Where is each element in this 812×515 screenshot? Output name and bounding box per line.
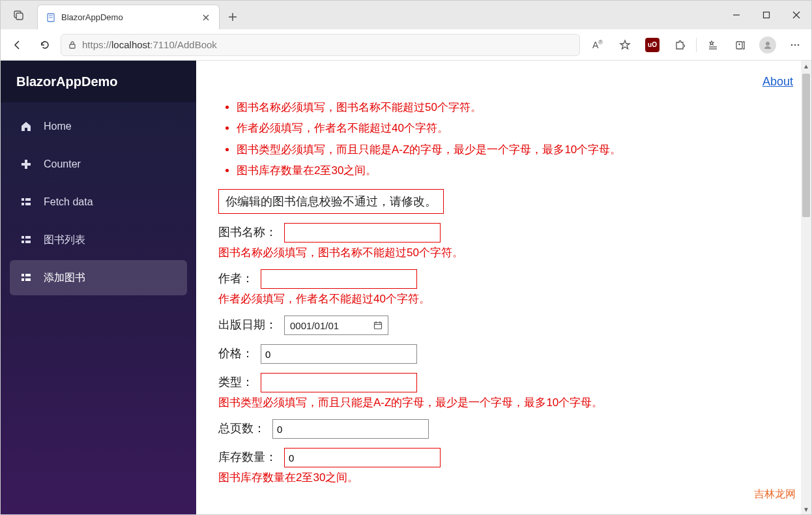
ublock-button[interactable]: uO [641,34,663,56]
pubdate-input[interactable]: 0001/01/01 [284,316,388,335]
back-button[interactable] [6,33,29,57]
tab-favicon [46,12,56,23]
sidebar-item-label: Home [44,121,72,132]
sidebar-item-label: Counter [44,158,81,170]
svg-rect-29 [22,236,24,239]
stock-input[interactable] [284,448,441,467]
star-icon [619,39,631,51]
field-label: 总页数： [218,422,265,435]
name-input[interactable] [284,223,441,243]
extensions-button[interactable] [669,34,691,56]
validation-item: 图书名称必须填写，图书名称不能超过50个字符。 [237,102,789,118]
pages-input[interactable] [272,419,429,439]
date-value: 0001/01/01 [290,320,339,331]
refresh-icon [39,39,51,51]
browser-tab[interactable]: BlazorAppDemo [37,5,220,29]
svg-point-20 [791,44,793,46]
maximize-icon [762,11,770,19]
address-bar: https://localhost:7110/AddBook A® uO [1,29,811,61]
vertical-scrollbar[interactable]: ▲ ▼ [801,61,811,514]
tabs-menu-button[interactable] [1,1,37,29]
sidebar-item-fetchdata[interactable]: Fetch data [10,184,187,220]
svg-rect-27 [22,203,24,205]
more-icon [789,39,801,51]
validation-alert: 你编辑的图书信息校验不通过，请修改。 [218,189,444,214]
sidebar-item-home[interactable]: Home [10,109,187,144]
field-price: 价格： [218,344,789,364]
window-titlebar: BlazorAppDemo [1,1,811,29]
page-body: 图书名称必须填写，图书名称不能超过50个字符。 作者必须填写，作者名不能超过40… [196,102,811,514]
svg-rect-31 [22,241,24,243]
read-aloud-button[interactable]: A® [587,34,609,56]
validation-summary: 图书名称必须填写，图书名称不能超过50个字符。 作者必须填写，作者名不能超过40… [218,102,789,181]
url-input[interactable]: https://localhost:7110/AddBook [61,34,580,56]
avatar-icon [759,37,776,53]
field-name: 图书名称： 图书名称必须填写，图书名称不能超过50个字符。 [218,223,789,260]
field-label: 价格： [218,347,254,360]
scroll-down-button[interactable]: ▼ [801,504,811,514]
field-stock: 库存数量： 图书库存数量在2至30之间。 [218,448,789,485]
collections-icon [734,39,746,51]
validation-item: 图书库存数量在2至30之间。 [237,160,789,181]
about-link[interactable]: About [762,75,793,89]
plus-icon [19,157,33,171]
type-input[interactable] [261,373,417,392]
star-list-icon [707,39,719,51]
sidebar-item-counter[interactable]: Counter [10,147,187,182]
toolbar-divider [696,38,697,52]
validation-item: 作者必须填写，作者名不能超过40个字符。 [237,118,789,139]
puzzle-icon [674,39,686,51]
field-label: 类型： [218,375,254,389]
svg-rect-1 [16,13,23,20]
scroll-up-button[interactable]: ▲ [801,61,811,71]
close-icon [203,14,209,21]
window-close-button[interactable] [781,1,811,29]
svg-rect-33 [22,274,24,276]
sidebar-item-label: Fetch data [44,196,93,208]
svg-rect-25 [22,198,24,201]
field-author: 作者： 作者必须填写，作者名不能超过40个字符。 [218,269,789,306]
collections-button[interactable] [729,34,751,56]
field-error: 图书类型必须填写，而且只能是A-Z的字母，最少是一个字母，最多10个字母。 [218,395,789,410]
url-text: https://localhost:7110/AddBook [82,39,217,50]
favorites-bar-button[interactable] [702,34,724,56]
profile-button[interactable] [757,34,779,56]
author-input[interactable] [261,269,417,289]
svg-rect-24 [22,163,31,166]
tab-close-button[interactable] [201,12,211,23]
watermark-text: 吉林龙网 [754,488,796,501]
field-label: 出版日期： [218,318,277,331]
field-error: 作者必须填写，作者名不能超过40个字符。 [218,291,789,306]
calendar-icon[interactable] [373,321,383,330]
price-input[interactable] [261,344,417,364]
svg-point-22 [798,44,800,46]
lock-icon [68,40,77,50]
sidebar-item-addbook[interactable]: 添加图书 [10,260,187,295]
field-error: 图书库存数量在2至30之间。 [218,470,789,485]
favorite-button[interactable] [614,34,636,56]
arrow-left-icon [12,39,23,51]
list-icon [19,195,33,209]
page-topbar: About [196,61,811,102]
svg-rect-10 [764,12,770,18]
list-icon [19,271,33,285]
refresh-button[interactable] [33,33,57,57]
window-maximize-button[interactable] [751,1,781,29]
close-icon [792,11,800,19]
sidebar-item-booklist[interactable]: 图书列表 [10,222,187,258]
text-size-icon: A® [592,39,603,50]
field-label: 图书名称： [218,226,277,239]
field-pubdate: 出版日期： 0001/01/01 [218,316,789,335]
new-tab-button[interactable] [220,5,246,29]
field-label: 作者： [218,272,254,285]
scroll-thumb[interactable] [802,74,810,217]
svg-rect-30 [25,236,31,239]
svg-rect-37 [375,323,382,329]
tab-title: BlazorAppDemo [61,12,196,22]
svg-rect-13 [70,44,75,48]
window-minimize-button[interactable] [721,1,751,29]
menu-button[interactable] [784,34,806,56]
svg-rect-36 [25,278,31,281]
brand-title: BlazorAppDemo [1,61,196,102]
svg-rect-35 [22,278,24,281]
